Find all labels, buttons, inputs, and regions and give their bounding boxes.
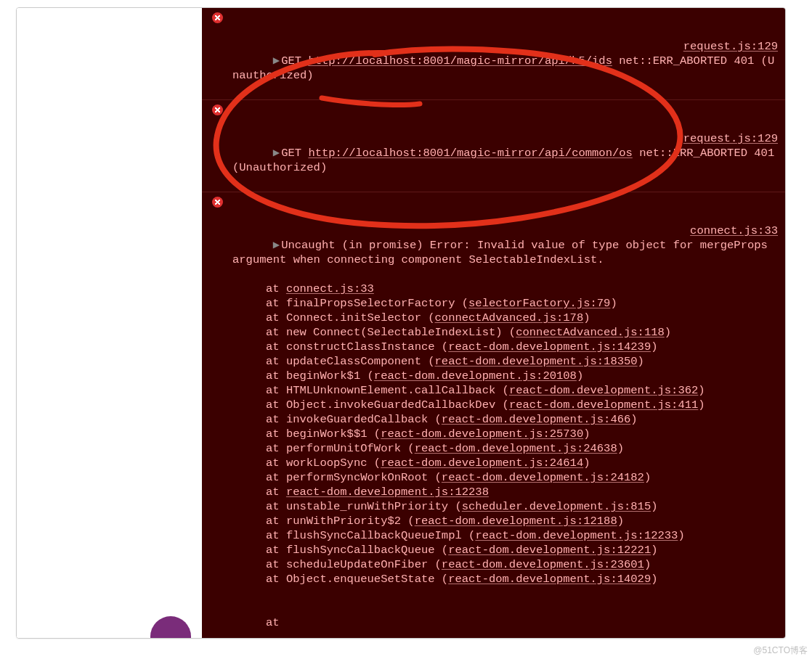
console-error-entry[interactable]: connect.js:33 ▶Uncaught (in promise) Err…	[202, 192, 785, 638]
stack-fn: performUnitOfWork	[286, 442, 407, 455]
stack-frame: at performSyncWorkOnRoot (react-dom.deve…	[232, 470, 778, 485]
stack-at: at	[266, 442, 286, 455]
fab-icon[interactable]	[150, 616, 191, 639]
stack-source-link[interactable]: react-dom.development.js:362	[509, 384, 698, 397]
stack-frame: at constructClassInstance (react-dom.dev…	[232, 340, 778, 354]
stack-source-link[interactable]: react-dom.development.js:20108	[374, 369, 577, 382]
stack-source-link[interactable]: react-dom.development.js:25730	[381, 427, 583, 441]
stack-fn: performSyncWorkOnRoot	[286, 471, 435, 484]
stack-fn: flushSyncCallbackQueueImpl	[286, 529, 468, 542]
stack-fn: runWithPriority$2	[286, 515, 407, 528]
stack-at: at	[266, 471, 286, 484]
stack-frame: at beginWork$$1 (react-dom.development.j…	[232, 427, 778, 441]
stack-source-link[interactable]: connectAdvanced.js:178	[435, 311, 584, 324]
stack-fn: invokeGuardedCallback	[286, 413, 435, 426]
error-icon	[212, 12, 223, 23]
stack-fn: HTMLUnknownElement.callCallback	[286, 384, 503, 397]
stack-frame: at updateClassComponent (react-dom.devel…	[232, 354, 778, 369]
stack-at: at	[266, 398, 286, 412]
stack-at: at	[266, 369, 286, 382]
error-message: Uncaught (in promise) Error: Invalid val…	[281, 239, 592, 252]
stack-frame: at scheduleUpdateOnFiber (react-dom.deve…	[232, 557, 778, 572]
devtools-console[interactable]: request.js:129 ▶GET http://localhost:800…	[202, 8, 785, 638]
stack-at: at	[266, 427, 286, 441]
stack-at: at	[266, 500, 286, 513]
stack-frame: at flushSyncCallbackQueue (react-dom.dev…	[232, 543, 778, 557]
http-method: GET	[281, 147, 301, 160]
stack-at: at	[266, 282, 286, 295]
stack-frame: at flushSyncCallbackQueueImpl (react-dom…	[232, 528, 778, 543]
stack-source-link[interactable]: react-dom.development.js:12238	[286, 486, 489, 499]
stack-frame: at react-dom.development.js:12238	[232, 485, 778, 499]
stack-frame: at finalPropsSelectorFactory (selectorFa…	[232, 296, 778, 311]
source-link[interactable]: request.js:129	[683, 131, 778, 146]
left-pane	[17, 8, 202, 638]
stack-at: at	[266, 340, 286, 353]
stack-at: at	[266, 413, 286, 426]
source-link[interactable]: connect.js:33	[690, 224, 778, 238]
stack-source-link[interactable]: selectorFactory.js:79	[468, 297, 610, 310]
watermark: @51CTO博客	[753, 643, 808, 658]
http-method: GET	[281, 54, 301, 67]
stack-source-link[interactable]: react-dom.development.js:24614	[381, 457, 583, 470]
stack-source-link[interactable]: react-dom.development.js:23601	[442, 558, 644, 571]
stack-source-link[interactable]: connect.js:33	[286, 282, 374, 295]
stack-at: at	[266, 515, 286, 528]
stack-source-link[interactable]: react-dom.development.js:12221	[448, 544, 651, 557]
stack-source-link[interactable]: react-dom.development.js:466	[442, 413, 630, 426]
stack-fn: Object.invokeGuardedCallbackDev	[286, 398, 503, 412]
stack-source-link[interactable]: react-dom.development.js:411	[509, 398, 698, 412]
screenshot-frame: request.js:129 ▶GET http://localhost:800…	[16, 7, 786, 639]
stack-source-link[interactable]: react-dom.development.js:12233	[475, 529, 678, 542]
stack-at: at	[266, 457, 286, 470]
stack-frame: at Connect.initSelector (connectAdvanced…	[232, 311, 778, 325]
stack-at: at	[266, 486, 286, 499]
stack-at: at	[266, 355, 286, 368]
expand-arrow-icon[interactable]: ▶	[273, 146, 280, 160]
console-error-entry[interactable]: request.js:129 ▶GET http://localhost:800…	[202, 8, 785, 99]
stack-fn: workLoopSync	[286, 457, 374, 470]
stack-frame: at HTMLUnknownElement.callCallback (reac…	[232, 383, 778, 398]
request-url[interactable]: http://localhost:8001/magic-mirror/api/c…	[308, 147, 632, 160]
stack-source-link[interactable]: scheduler.development.js:815	[462, 500, 651, 513]
stack-trace: at connect.js:33at finalPropsSelectorFac…	[232, 282, 778, 586]
stack-frame: at beginWork$1 (react-dom.development.js…	[232, 369, 778, 383]
stack-frame: at connect.js:33	[232, 282, 778, 296]
stack-source-link[interactable]: react-dom.development.js:24182	[442, 471, 644, 484]
stack-frame: at workLoopSync (react-dom.development.j…	[232, 456, 778, 470]
stack-fn: Object.enqueueSetState	[286, 573, 442, 586]
stack-fn: flushSyncCallbackQueue	[286, 544, 442, 557]
request-url[interactable]: http://localhost:8001/magic-mirror/api/h…	[308, 54, 612, 67]
expand-arrow-icon[interactable]: ▶	[273, 238, 280, 253]
stack-fn: Connect.initSelector	[286, 311, 428, 324]
stack-at: at	[266, 326, 286, 339]
stack-fn: updateClassComponent	[286, 355, 428, 368]
stack-fn: scheduleUpdateOnFiber	[286, 558, 435, 571]
stack-frame: at performUnitOfWork (react-dom.developm…	[232, 441, 778, 456]
expand-arrow-icon[interactable]: ▶	[273, 54, 280, 68]
stack-source-link[interactable]: react-dom.development.js:12188	[415, 515, 617, 528]
stack-at: at	[266, 297, 286, 310]
source-link[interactable]: request.js:129	[683, 39, 778, 54]
stack-frame: at Object.enqueueSetState (react-dom.dev…	[232, 572, 778, 586]
stack-at: at	[266, 529, 286, 542]
stack-source-link[interactable]: react-dom.development.js:24638	[415, 442, 617, 455]
stack-frame: at new Connect(SelectableIndexList) (con…	[232, 325, 778, 340]
stack-source-link[interactable]: react-dom.development.js:14029	[448, 573, 651, 586]
error-icon	[212, 105, 223, 115]
stack-frame: at	[232, 615, 778, 630]
stack-source-link[interactable]: react-dom.development.js:18350	[435, 355, 638, 368]
error-icon	[212, 197, 223, 208]
stack-fn: constructClassInstance	[286, 340, 442, 353]
stack-at: at	[266, 384, 286, 397]
stack-fn: finalPropsSelectorFactory	[286, 297, 462, 310]
stack-fn: beginWork$$1	[286, 427, 374, 441]
stack-source-link[interactable]: react-dom.development.js:14239	[448, 340, 651, 353]
stack-at: at	[266, 558, 286, 571]
stack-source-link[interactable]: connectAdvanced.js:118	[516, 326, 665, 339]
stack-fn: beginWork$1	[286, 369, 368, 382]
stack-fn: unstable_runWithPriority	[286, 500, 455, 513]
stack-frame: at Object.invokeGuardedCallbackDev (reac…	[232, 398, 778, 412]
stack-at: at	[266, 573, 286, 586]
console-error-entry[interactable]: request.js:129 ▶GET http://localhost:800…	[202, 99, 785, 192]
